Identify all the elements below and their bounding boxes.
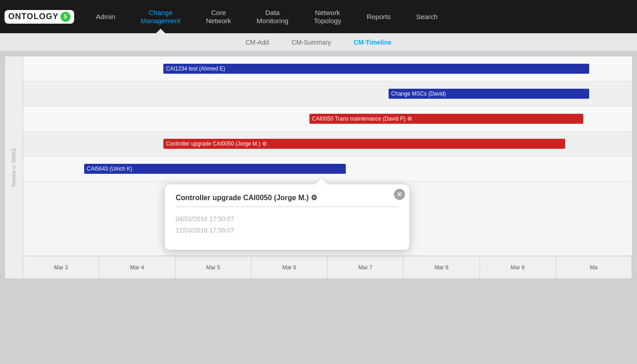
tick-mar9: Mar 9 bbox=[480, 256, 556, 278]
tick-mar8: Mar 8 bbox=[404, 256, 480, 278]
bar-cai1234[interactable]: CAI1234 test (Ahmed E) bbox=[163, 64, 590, 74]
subnav-cm-add[interactable]: CM-Add bbox=[243, 33, 271, 51]
bar-cai5643[interactable]: CAI5643 (Ulrich K) bbox=[84, 164, 346, 174]
subnav-cm-timeline[interactable]: CM-Timeline bbox=[351, 33, 394, 51]
tick-mar4: Mar 4 bbox=[99, 256, 175, 278]
tick-mar6: Mar 6 bbox=[252, 256, 328, 278]
subnav-cm-summary[interactable]: CM-Summary bbox=[289, 33, 333, 51]
main-content: Timeline © SIMILE CAI1234 test (Ahmed E)… bbox=[5, 56, 632, 279]
tooltip-close-button[interactable]: ✕ bbox=[394, 189, 405, 200]
nav-item-search[interactable]: Search bbox=[403, 0, 450, 33]
nav-item-network-topology[interactable]: NetworkTopology bbox=[301, 0, 354, 33]
tick-mar5: Mar 5 bbox=[176, 256, 252, 278]
nav-item-core-network[interactable]: CoreNetwork bbox=[193, 0, 244, 33]
tooltip-date-start: 04/03/2016 17:50:07 bbox=[176, 213, 399, 225]
nav-item-reports[interactable]: Reports bbox=[354, 0, 404, 33]
timeline-vertical-label: Timeline © SIMILE bbox=[5, 56, 23, 278]
tooltip-arrow bbox=[315, 178, 328, 184]
sub-navigation: CM-Add CM-Summary CM-Timeline bbox=[0, 33, 637, 51]
top-navigation: ONTOLOGY 5 Admin ChangeManagement CoreNe… bbox=[0, 0, 637, 33]
timeline-container: Timeline © SIMILE CAI1234 test (Ahmed E)… bbox=[5, 56, 632, 278]
tooltip-title: Controller upgrade CAI0050 (Jorge M.) ⚙ bbox=[176, 193, 399, 207]
gantt-row-4: CAI5643 (Ulrich K) bbox=[23, 157, 632, 182]
logo-text: ONTOLOGY bbox=[8, 12, 59, 21]
gantt-row-1: Change MSCs (David) bbox=[23, 81, 632, 106]
nav-item-data-monitoring[interactable]: DataMonitoring bbox=[244, 0, 301, 33]
bar-cai0050-trans[interactable]: CAI0050 Trans maintenance (David P) ⚙ bbox=[309, 114, 583, 124]
gantt-row-0: CAI1234 test (Ahmed E) bbox=[23, 56, 632, 81]
gantt-row-3: Controller upgrade CAI0050 (Jorge M.) ⚙ bbox=[23, 131, 632, 157]
logo-badge: 5 bbox=[61, 12, 71, 22]
nav-item-admin[interactable]: Admin bbox=[83, 0, 128, 33]
gantt-row-2: CAI0050 Trans maintenance (David P) ⚙ bbox=[23, 106, 632, 131]
tick-mar7: Mar 7 bbox=[328, 256, 404, 278]
bar-controller-upgrade[interactable]: Controller upgrade CAI0050 (Jorge M.) ⚙ bbox=[163, 139, 565, 149]
bar-change-mscs[interactable]: Change MSCs (David) bbox=[389, 89, 590, 99]
tick-mar3: Mar 3 bbox=[23, 256, 99, 278]
tooltip-dates: 04/03/2016 17:50:07 12/03/2016 17:50:07 bbox=[176, 213, 399, 236]
tooltip-popup: ✕ Controller upgrade CAI0050 (Jorge M.) … bbox=[164, 184, 410, 250]
nav-items: Admin ChangeManagement CoreNetwork DataM… bbox=[83, 0, 632, 33]
tooltip-date-end: 12/03/2016 17:50:07 bbox=[176, 225, 399, 236]
time-axis: Mar 3 Mar 4 Mar 5 Mar 6 Mar 7 Mar 8 Mar … bbox=[23, 256, 632, 278]
logo[interactable]: ONTOLOGY 5 bbox=[5, 10, 74, 24]
nav-item-change-management[interactable]: ChangeManagement bbox=[128, 0, 193, 33]
tick-ma: Ma bbox=[556, 256, 632, 278]
